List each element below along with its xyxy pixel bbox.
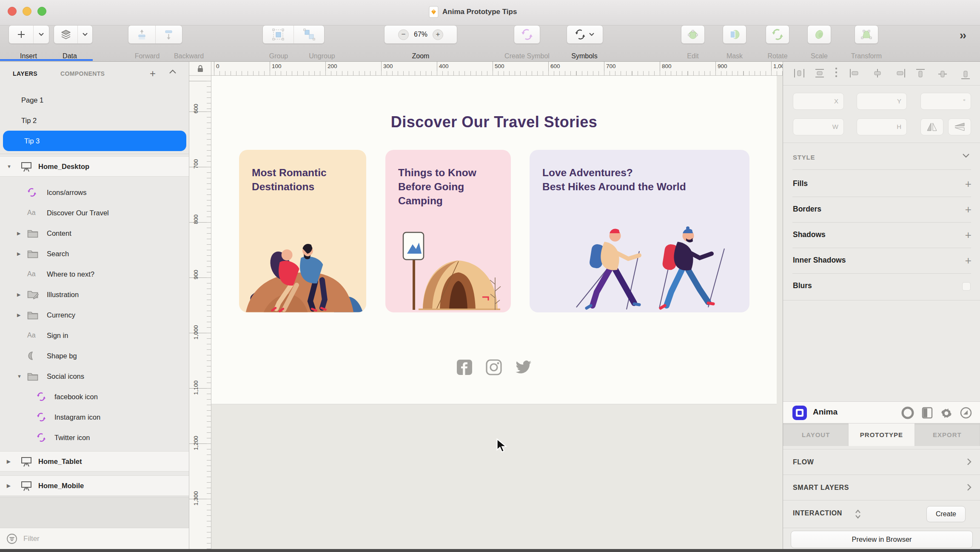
style-row-inner-shadows: Inner Shadows+ (783, 248, 980, 274)
split-view-icon[interactable] (921, 406, 934, 421)
anima-section-smart-layers[interactable]: SMART LAYERS (783, 477, 980, 500)
layer-item-content[interactable]: ▶Content (0, 223, 189, 243)
card-camping[interactable]: Things to Know Before Going Camping (385, 150, 511, 312)
layer-item-facebook-icon[interactable]: facebook icon (0, 386, 189, 407)
zoom-window-button[interactable] (37, 7, 46, 16)
scale-button[interactable] (807, 25, 831, 44)
more-tools-chevrons-icon[interactable]: ›› (960, 29, 966, 42)
more-options-dots-icon[interactable] (835, 67, 838, 80)
card-hikes[interactable]: Love Adventures? Best Hikes Around the W… (530, 150, 749, 312)
settings-gear-icon[interactable] (940, 407, 953, 421)
layer-item-icons-arrows[interactable]: Icons/arrows (0, 182, 189, 203)
rotation-field[interactable]: ° (920, 93, 971, 110)
add-page-button[interactable]: + (150, 68, 156, 80)
width-field[interactable]: W (793, 118, 844, 135)
data-button[interactable] (54, 25, 93, 44)
ungroup-button[interactable] (293, 26, 324, 43)
x-position-field[interactable]: X (793, 93, 844, 110)
anima-section-label: SMART LAYERS (793, 484, 849, 492)
instagram-icon[interactable] (485, 359, 502, 376)
transform-button[interactable] (855, 25, 878, 44)
page-item-tip-3[interactable]: Tip 3 (3, 131, 186, 151)
move-backward-button[interactable] (155, 26, 182, 43)
layer-item-home-mobile[interactable]: ▶Home_Mobile (0, 475, 189, 496)
anima-tab-layout[interactable]: LAYOUT (783, 423, 849, 446)
add-icon[interactable]: + (965, 229, 971, 242)
close-window-button[interactable] (8, 7, 17, 16)
triangle-right-icon[interactable]: ▶ (7, 483, 10, 489)
chevron-down-icon[interactable] (77, 26, 92, 43)
align-left-icon[interactable] (849, 69, 861, 80)
zoom-in-button[interactable]: + (433, 29, 443, 40)
anima-section-flow[interactable]: FLOW (783, 451, 980, 475)
page-item-tip-2[interactable]: Tip 2 (0, 110, 189, 131)
flip-vertical-button[interactable] (948, 118, 971, 135)
lock-icon[interactable] (197, 64, 204, 73)
chevron-down-icon[interactable] (33, 26, 49, 43)
artboard-home-desktop[interactable]: Discover Our Travel Stories (211, 76, 777, 404)
add-icon[interactable]: + (965, 203, 971, 216)
chevron-down-icon[interactable] (963, 152, 969, 160)
align-right-icon[interactable] (894, 69, 906, 80)
align-center-horizontal-icon[interactable] (872, 69, 883, 80)
y-position-field[interactable]: Y (857, 93, 907, 110)
align-middle-vertical-icon[interactable] (938, 69, 947, 81)
triangle-right-icon[interactable]: ▶ (17, 251, 20, 257)
canvas[interactable]: Discover Our Travel Stories (211, 76, 783, 549)
triangle-right-icon[interactable]: ▶ (17, 231, 20, 236)
layer-item-search[interactable]: ▶Search (0, 243, 189, 264)
layer-item-shape-bg[interactable]: Shape bg (0, 346, 189, 366)
rotate-button[interactable] (766, 25, 789, 44)
layer-item-social-icons[interactable]: ▼Social icons (0, 366, 189, 386)
create-symbol-button[interactable] (514, 25, 540, 44)
sort-chevrons-icon[interactable] (855, 509, 861, 521)
symbols-button[interactable] (567, 25, 603, 44)
tab-layers[interactable]: LAYERS (13, 70, 37, 77)
align-bottom-icon[interactable] (961, 69, 970, 81)
layer-item-currency[interactable]: ▶Currency (0, 305, 189, 325)
page-item-page-1[interactable]: Page 1 (0, 90, 189, 110)
anima-tab-prototype[interactable]: PROTOTYPE (849, 423, 914, 446)
distribute-horizontally-icon[interactable] (794, 69, 805, 80)
minimize-window-button[interactable] (23, 7, 31, 16)
triangle-down-icon[interactable]: ▼ (7, 164, 11, 169)
zoom-out-button[interactable]: − (398, 29, 409, 40)
layer-item-home-tablet[interactable]: ▶Home_Tablet (0, 451, 189, 472)
triangle-right-icon[interactable]: ▶ (17, 292, 20, 297)
group-button[interactable] (263, 26, 293, 43)
flip-horizontal-button[interactable] (920, 118, 943, 135)
layer-item-where-to-next-[interactable]: AaWhere to next? (0, 264, 189, 284)
preview-in-browser-button[interactable]: Preview in Browser (791, 531, 973, 548)
add-icon[interactable]: + (965, 177, 971, 191)
insert-button[interactable] (9, 25, 49, 44)
create-interaction-button[interactable]: Create (926, 506, 966, 522)
layer-item-illustration[interactable]: ▶Illustration (0, 284, 189, 305)
add-icon[interactable]: + (965, 254, 971, 267)
layer-item-discover-our-travel[interactable]: AaDiscover Our Travel (0, 203, 189, 223)
filter-input[interactable]: Filter (23, 535, 40, 543)
layer-item-instagram-icon[interactable]: Instagram icon (0, 407, 189, 427)
move-forward-button[interactable] (128, 26, 155, 43)
triangle-down-icon[interactable]: ▼ (17, 374, 22, 379)
layer-item-home-desktop[interactable]: ▼Home_Desktop (0, 156, 189, 177)
height-field[interactable]: H (857, 118, 907, 135)
record-icon[interactable] (901, 406, 914, 421)
edit-button[interactable] (681, 25, 705, 44)
collapse-pages-icon[interactable] (169, 68, 176, 75)
triangle-right-icon[interactable]: ▶ (7, 459, 10, 464)
twitter-icon[interactable] (515, 359, 532, 376)
anima-tab-export[interactable]: EXPORT (914, 423, 980, 446)
mask-button[interactable] (723, 25, 746, 44)
filter-bar[interactable]: Filter (0, 528, 189, 549)
tab-components[interactable]: COMPONENTS (60, 70, 105, 77)
card-most-romantic[interactable]: Most Romantic Destinations (239, 150, 366, 312)
stop-sync-icon[interactable] (960, 406, 972, 421)
layer-item-twitter-icon[interactable]: Twitter icon (0, 427, 189, 448)
layer-label: Illustration (47, 291, 79, 299)
layer-item-sign-in[interactable]: AaSign in (0, 325, 189, 346)
facebook-icon[interactable] (456, 359, 473, 376)
triangle-right-icon[interactable]: ▶ (17, 312, 20, 318)
align-top-icon[interactable] (916, 69, 925, 81)
distribute-vertically-icon[interactable] (814, 69, 825, 80)
blurs-checkbox[interactable] (962, 282, 971, 291)
